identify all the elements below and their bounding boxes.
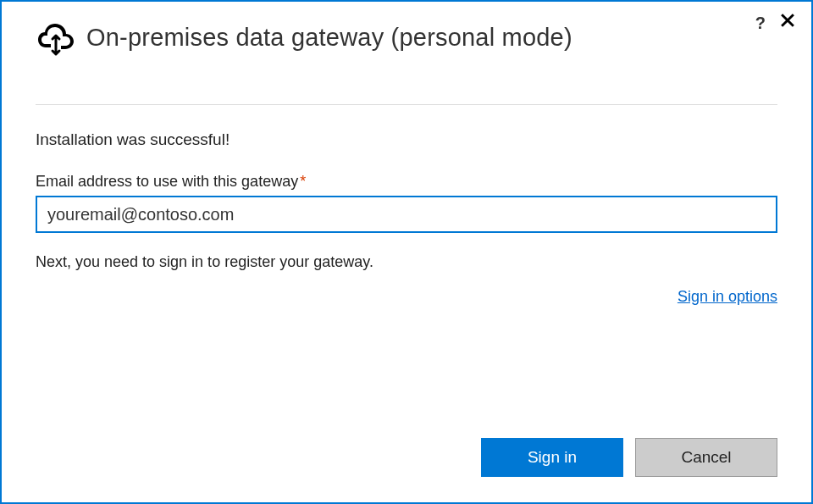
sign-in-options-container: Sign in options (36, 288, 777, 306)
instruction-text: Next, you need to sign in to register yo… (36, 253, 777, 271)
help-icon[interactable]: ? (755, 14, 766, 33)
divider (36, 104, 777, 105)
email-label-text: Email address to use with this gateway (36, 173, 298, 190)
titlebar: On-premises data gateway (personal mode)… (2, 2, 811, 58)
close-icon[interactable] (781, 14, 794, 33)
status-text: Installation was successful! (36, 130, 777, 149)
dialog-title: On-premises data gateway (personal mode) (86, 24, 572, 52)
email-label: Email address to use with this gateway* (36, 173, 777, 191)
content-area: Installation was successful! Email addre… (2, 104, 811, 306)
required-marker: * (300, 173, 306, 190)
window-controls: ? (755, 14, 794, 33)
sign-in-options-link[interactable]: Sign in options (678, 288, 777, 305)
button-bar: Sign in Cancel (481, 438, 777, 477)
dialog-window: On-premises data gateway (personal mode)… (0, 0, 813, 504)
email-input[interactable] (36, 196, 777, 233)
sign-in-button[interactable]: Sign in (481, 438, 623, 477)
gateway-cloud-icon (36, 17, 76, 58)
cancel-button[interactable]: Cancel (635, 438, 777, 477)
